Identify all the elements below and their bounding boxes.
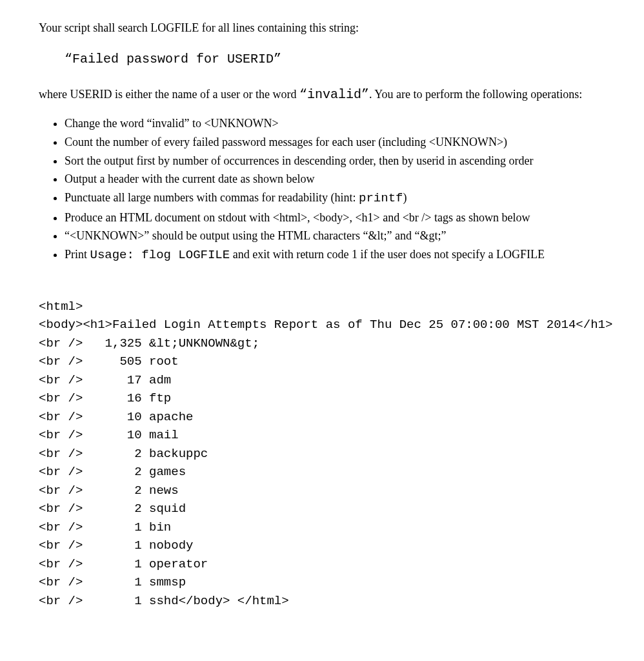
list-item: Produce an HTML document on stdout with …: [65, 208, 605, 227]
list-item: Change the word “invalid” to <UNKNOWN>: [65, 114, 605, 133]
op-post: and exit with return code 1 if the user …: [230, 248, 545, 261]
list-item: Punctuate all large numbers with commas …: [65, 188, 605, 208]
where-mono: “invalid”: [299, 87, 369, 102]
op-text: Count the number of every failed passwor…: [65, 136, 507, 148]
where-pre: where USERID is either the name of a use…: [39, 88, 299, 101]
op-pre: Punctuate all large numbers with commas …: [65, 191, 359, 204]
operations-list: Change the word “invalid” to <UNKNOWN> C…: [39, 114, 605, 265]
op-text: Change the word “invalid” to <UNKNOWN>: [65, 117, 279, 130]
op-text: Output a header with the current date as…: [65, 172, 314, 185]
op-text: Produce an HTML document on stdout with …: [65, 211, 530, 224]
intro-text: Your script shall search LOGFILE for all…: [39, 19, 605, 37]
list-item: Print Usage: flog LOGFILE and exit with …: [65, 245, 605, 265]
list-item: “<UNKNOWN>” should be output using the H…: [65, 227, 605, 245]
op-mono: Usage: flog LOGFILE: [90, 248, 230, 262]
list-item: Count the number of every failed passwor…: [65, 133, 605, 152]
op-text: Sort the output first by number of occur…: [65, 154, 534, 167]
op-text: “<UNKNOWN>” should be output using the H…: [65, 229, 446, 242]
where-post: . You are to perform the following opera…: [369, 88, 582, 101]
example-output: <html> <body><h1>Failed Login Attempts R…: [39, 298, 605, 611]
where-line: where USERID is either the name of a use…: [39, 85, 605, 105]
list-item: Sort the output first by number of occur…: [65, 152, 605, 170]
list-item: Output a header with the current date as…: [65, 170, 605, 188]
op-post: ): [403, 191, 407, 204]
search-string: “Failed password for USERID”: [65, 50, 605, 69]
op-mono: printf: [359, 191, 403, 205]
op-pre: Print: [65, 248, 90, 261]
